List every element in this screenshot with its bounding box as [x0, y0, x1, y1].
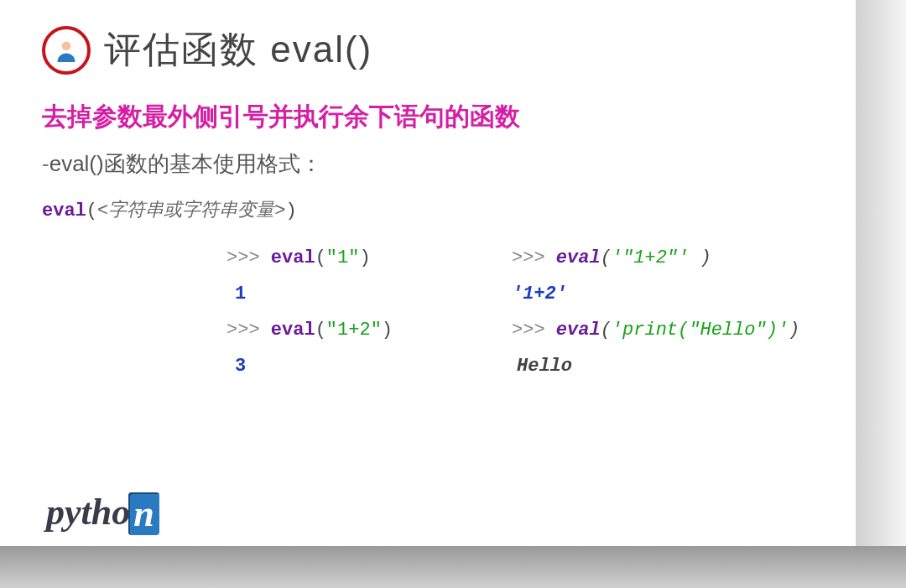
usage-text: eval()函数的基本使用格式： [49, 151, 322, 176]
prompt-text: >>> [512, 247, 556, 268]
svg-point-0 [62, 41, 71, 50]
logo-pre: pytho [46, 491, 130, 533]
output-value: '1+2' [512, 284, 830, 304]
output-value: Hello [512, 356, 830, 377]
output-value: 1 [226, 284, 470, 304]
python-logo: python [46, 491, 159, 533]
sig-close: ) [285, 200, 296, 221]
paren-open: ( [601, 247, 612, 268]
prompt-text: >>> [512, 320, 556, 341]
prompt-text: >>> [226, 247, 271, 268]
example-line: >>> eval("1") [226, 247, 470, 268]
paren-open: ( [315, 247, 326, 268]
eval-fn: eval [271, 247, 315, 268]
examples-left: >>> eval("1") 1 >>> eval("1+2") 3 [226, 247, 470, 377]
output-value: 3 [226, 356, 470, 377]
example-line: >>> eval('print("Hello")') [512, 320, 830, 341]
string-arg: '"1+2"' [612, 247, 689, 268]
signature: eval(<字符串或字符串变量>) [42, 197, 814, 222]
examples-block: >>> eval("1") 1 >>> eval("1+2") 3 >>> ev… [226, 247, 814, 377]
dash: - [42, 151, 49, 176]
slide: 评估函数 eval() 去掉参数最外侧引号并执行余下语句的函数 -eval()函… [0, 0, 856, 546]
examples-right: >>> eval('"1+2"' ) '1+2' >>> eval('print… [512, 247, 830, 377]
string-arg: "1" [326, 247, 360, 268]
string-arg: 'print("Hello")' [612, 320, 789, 341]
paren-close: ) [689, 247, 711, 268]
logo-badge: n [128, 492, 159, 535]
paren-close: ) [382, 320, 393, 341]
eval-fn: eval [556, 247, 601, 268]
avatar-icon [42, 26, 91, 75]
sig-open: ( [86, 200, 97, 221]
usage-line: -eval()函数的基本使用格式： [42, 149, 814, 179]
paren-close: ) [789, 320, 799, 341]
paren-close: ) [359, 247, 370, 268]
example-line: >>> eval('"1+2"' ) [512, 247, 830, 268]
sig-fn: eval [42, 200, 86, 221]
prompt-text: >>> [226, 320, 271, 341]
string-arg: "1+2" [326, 320, 382, 341]
sig-arg: <字符串或字符串变量> [97, 200, 285, 221]
paren-open: ( [315, 320, 326, 341]
page-title: 评估函数 eval() [104, 25, 372, 75]
subtitle: 去掉参数最外侧引号并执行余下语句的函数 [42, 100, 814, 134]
header-row: 评估函数 eval() [42, 25, 814, 75]
floor-gradient [0, 546, 906, 588]
eval-fn: eval [556, 320, 601, 341]
example-line: >>> eval("1+2") [226, 320, 470, 341]
paren-open: ( [601, 320, 612, 341]
eval-fn: eval [271, 320, 315, 341]
